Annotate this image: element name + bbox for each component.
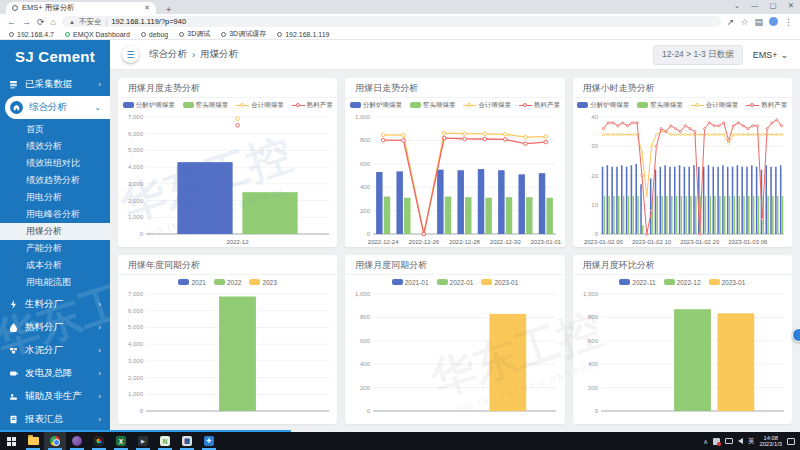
legend-item[interactable]: 2021: [178, 279, 205, 286]
legend-item[interactable]: 2023: [249, 279, 276, 286]
submenu-item-team-compare[interactable]: 绩效班组对比: [0, 155, 110, 172]
bookmark-star-icon[interactable]: ☆: [740, 17, 748, 27]
action-center-icon[interactable]: [787, 438, 795, 445]
legend-item[interactable]: 分解炉喂煤量: [577, 101, 629, 110]
taskbar-clock[interactable]: 14:08 2023/1/3: [759, 435, 782, 448]
sidebar-item-auxiliary[interactable]: 辅助及非生产 ›: [0, 385, 110, 408]
submenu-item-performance-trend[interactable]: 绩效趋势分析: [0, 172, 110, 189]
svg-text:2023-01-03 06: 2023-01-03 06: [728, 239, 768, 245]
date-range-button[interactable]: 12-24 > 1-3 日数据: [653, 45, 743, 65]
legend-label: 2023: [262, 279, 276, 286]
legend-item[interactable]: 2023-01: [481, 279, 518, 286]
media-player-icon[interactable]: ▶: [132, 432, 154, 450]
sidebar-item-power-station[interactable]: 发电及总降 ›: [0, 362, 110, 385]
submenu-item-electricity[interactable]: 用电分析: [0, 189, 110, 206]
sidebar-item-cement-plant[interactable]: 水泥分厂 ›: [0, 339, 110, 362]
submenu-item-home[interactable]: 首页: [0, 121, 110, 138]
side-panel-icon[interactable]: ▤: [754, 17, 763, 27]
submenu-item-cost[interactable]: 成本分析: [0, 257, 110, 274]
legend-item[interactable]: 窑头喂煤量: [410, 101, 456, 110]
submenu-item-performance[interactable]: 绩效分析: [0, 138, 110, 155]
reload-button[interactable]: ⟳: [37, 17, 45, 27]
submenu-item-peak-valley[interactable]: 用电峰谷分析: [0, 206, 110, 223]
share-icon[interactable]: ↗: [727, 17, 735, 27]
tray-expand-icon[interactable]: ∧: [703, 438, 708, 445]
floating-helper-button[interactable]: [792, 328, 800, 342]
sidebar-item-raw-plant[interactable]: 生料分厂 ›: [0, 293, 110, 316]
legend-item[interactable]: 2021-01: [392, 279, 429, 286]
profile-avatar[interactable]: [769, 17, 778, 26]
submenu-item-energy-flow[interactable]: 用电能流图: [0, 274, 110, 291]
bookmark-item[interactable]: 3D调试缓存: [221, 29, 266, 39]
chart-legend: 分解炉喂煤量窑头喂煤量合计喂煤量熟料产量: [345, 98, 564, 112]
home-button[interactable]: ⌂: [51, 17, 56, 27]
legend-item[interactable]: 窑头喂煤量: [637, 101, 683, 110]
back-button[interactable]: ←: [7, 17, 16, 27]
office-app-icon[interactable]: ▦: [176, 432, 198, 450]
legend-item[interactable]: 2022-11: [619, 279, 655, 286]
bookmark-item[interactable]: debug: [141, 31, 168, 38]
submenu-item-capacity[interactable]: 产能分析: [0, 240, 110, 257]
legend-item[interactable]: 2022-12: [664, 279, 701, 286]
data-point: [607, 133, 609, 135]
url-bar[interactable]: ▲ 不安全 | 192.168.1.119/?p=940: [62, 16, 721, 27]
legend-item[interactable]: 合计喂煤量: [463, 101, 511, 110]
legend-item[interactable]: 2023-01: [709, 279, 746, 286]
chrome-icon[interactable]: [44, 432, 66, 450]
legend-item[interactable]: 熟料产量: [519, 101, 560, 110]
bookmark-label: EMQX Dashboard: [73, 31, 130, 38]
color-wheel-app-icon[interactable]: [88, 432, 110, 450]
submenu-item-coal-analysis[interactable]: 用煤分析: [0, 223, 110, 240]
chevron-right-icon: ›: [98, 300, 101, 309]
blue-app-icon[interactable]: ✈: [198, 432, 220, 450]
sidebar-item-clinker-plant[interactable]: 熟料分厂 ›: [0, 316, 110, 339]
legend-item[interactable]: 2022-01: [437, 279, 474, 286]
windows-logo-icon: [7, 437, 16, 446]
ime-language-indicator[interactable]: 英: [748, 437, 755, 446]
new-tab-button[interactable]: ＋: [164, 4, 173, 14]
window-close-button[interactable]: ✕: [788, 1, 794, 10]
legend-item[interactable]: 熟料产量: [292, 101, 333, 110]
legend-item[interactable]: 窑头喂煤量: [183, 101, 229, 110]
menu-toggle-button[interactable]: ☰: [122, 46, 139, 63]
window-maximize-button[interactable]: ▢: [770, 1, 777, 10]
data-point: [742, 125, 744, 127]
document-icon: [9, 415, 19, 424]
data-point: [655, 133, 657, 135]
bookmark-item[interactable]: 3D调试: [179, 29, 210, 39]
browser-navbar: ← → ⟳ ⌂ ▲ 不安全 | 192.168.1.119/?p=940 ↗ ☆…: [0, 14, 800, 29]
svg-text:0: 0: [140, 231, 144, 237]
legend-item[interactable]: 合计喂煤量: [691, 101, 739, 110]
browser-menu-icon[interactable]: ⋮: [784, 17, 793, 27]
sidebar-item-analysis[interactable]: 综合分析 ⌄: [5, 96, 110, 119]
display-tray-icon[interactable]: [725, 438, 733, 444]
legend-item[interactable]: 分解炉喂煤量: [350, 101, 402, 110]
legend-label: 窑头喂煤量: [423, 101, 456, 110]
purple-app-icon[interactable]: [66, 432, 88, 450]
user-menu-dropdown[interactable]: EMS+ ⌄: [753, 50, 788, 60]
editor-app-icon[interactable]: N: [154, 432, 176, 450]
forward-button[interactable]: →: [22, 17, 31, 27]
tab-search-icon[interactable]: ⌄: [734, 1, 740, 10]
window-minimize-button[interactable]: —: [751, 1, 759, 10]
legend-item[interactable]: 熟料产量: [746, 101, 787, 110]
tab-close-icon[interactable]: ✕: [144, 4, 150, 12]
sidebar-item-reports[interactable]: 报表汇总 ›: [0, 408, 110, 431]
svg-text:0: 0: [367, 231, 371, 237]
bookmark-item[interactable]: 192.168.4.7: [9, 31, 54, 38]
bookmark-item[interactable]: 192.168.1.119: [277, 31, 329, 38]
volume-tray-icon[interactable]: [738, 438, 743, 444]
legend-item[interactable]: 2022: [214, 279, 241, 286]
security-tray-icon[interactable]: [713, 438, 720, 445]
legend-item[interactable]: 分解炉喂煤量: [123, 101, 175, 110]
bookmark-item[interactable]: EMQX Dashboard: [65, 31, 130, 38]
file-explorer-icon[interactable]: [22, 432, 44, 450]
emqx-icon: [65, 32, 70, 37]
svg-text:2022-12-24: 2022-12-24: [368, 239, 399, 245]
sidebar-item-collected-data[interactable]: 已采集数据 ›: [0, 73, 110, 96]
legend-item[interactable]: 合计喂煤量: [236, 101, 284, 110]
browser-tab[interactable]: EMS+ 用煤分析 ✕: [6, 2, 156, 14]
excel-icon[interactable]: X: [110, 432, 132, 450]
start-button[interactable]: [0, 432, 22, 450]
breadcrumb-section[interactable]: 综合分析: [149, 48, 187, 61]
